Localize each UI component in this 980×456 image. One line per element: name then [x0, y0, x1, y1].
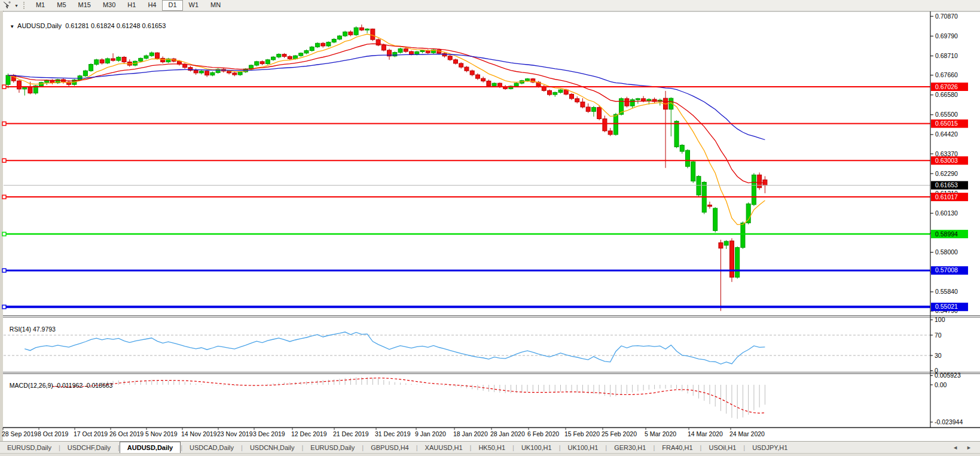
candle-body: [548, 90, 552, 95]
collapse-caret-icon[interactable]: ▼: [10, 24, 14, 29]
candle-body: [6, 75, 10, 84]
macd-indicator-label: MACD(12,26,9) -0.011962 -0.018663: [6, 375, 112, 389]
candle-body: [575, 99, 579, 102]
price-axis-label: 0.69790: [935, 32, 958, 39]
support-0.55021-anchor[interactable]: [2, 305, 6, 309]
candle-body: [625, 99, 629, 106]
candle-body: [465, 67, 469, 71]
chart-tab-usdchf-daily[interactable]: USDCHF,Daily: [60, 442, 118, 454]
candle-body: [139, 58, 143, 61]
support-0.57008-anchor[interactable]: [2, 269, 6, 272]
candle-body: [426, 51, 430, 53]
candle-body: [321, 43, 325, 46]
candle-body: [475, 75, 480, 78]
candle-body: [492, 83, 496, 86]
resistance-0.63003-anchor[interactable]: [2, 159, 6, 162]
chart-tab-eurusd-daily[interactable]: EURUSD,Daily: [303, 442, 362, 454]
timeframe-button-m5[interactable]: M5: [51, 0, 72, 11]
candle-body: [94, 60, 99, 65]
candle-body: [205, 71, 209, 75]
chart-tab-ger30-h1[interactable]: GER30,H1: [607, 442, 653, 454]
date-axis-label: 5 Mar 2020: [645, 430, 676, 437]
chart-tab-hk50-h1[interactable]: HK50,H1: [471, 442, 512, 454]
candle-body: [365, 29, 370, 30]
candle-body: [155, 53, 159, 58]
candle-body: [642, 99, 646, 101]
chart-tab-gbpusd-h4[interactable]: GBPUSD,H4: [364, 442, 416, 454]
price-axis-label: 0.64420: [935, 130, 958, 138]
candle-body: [199, 71, 203, 73]
top-toolbar: ▼ M1M5M15M30H1H4D1W1MN: [0, 0, 980, 11]
candle-body: [238, 72, 242, 75]
chart-tab-audusd-daily[interactable]: AUDUSD,Daily: [120, 442, 181, 454]
candle-body: [349, 32, 353, 35]
date-axis-label: 9 Jan 2020: [415, 430, 446, 437]
chart-tab-usdjpy-h1[interactable]: USDJPY,H1: [745, 442, 795, 454]
candle-body: [122, 57, 126, 62]
main-chart-svg[interactable]: 0.708700.697900.687100.676600.665800.655…: [0, 11, 980, 441]
date-axis-label: 25 Feb 2020: [602, 430, 637, 437]
candle-body: [581, 102, 585, 107]
price-badge-label: 0.65015: [935, 120, 958, 127]
candle-body: [343, 32, 347, 36]
timeframe-button-h1[interactable]: H1: [121, 0, 142, 11]
candle-body: [558, 90, 563, 92]
tab-scroll-right-icon[interactable]: ►: [966, 445, 972, 451]
support-0.58994-anchor[interactable]: [2, 232, 6, 236]
candle-body: [569, 94, 573, 98]
chart-tab-uk100-h1[interactable]: UK100,H1: [514, 442, 559, 454]
candle-body: [260, 62, 264, 64]
candle-body: [326, 42, 331, 45]
chart-tab-fra40-h1[interactable]: FRA40,H1: [655, 442, 700, 454]
price-badge-label: 0.58994: [935, 230, 958, 238]
date-axis-label: 31 Dec 2019: [375, 430, 411, 437]
timeframe-button-w1[interactable]: W1: [183, 0, 205, 11]
chart-tab-uk100-h1[interactable]: UK100,H1: [561, 442, 606, 454]
bottom-status-strip: [0, 453, 980, 456]
date-axis-label: 26 Oct 2019: [109, 430, 144, 437]
candle-body: [459, 63, 463, 67]
candle-body: [603, 118, 607, 130]
resistance-0.61017-anchor[interactable]: [2, 195, 6, 199]
candle-body: [691, 162, 695, 181]
candle-body: [117, 57, 121, 61]
symbol-period-label: AUDUSD,Daily: [17, 22, 62, 29]
candle-body: [481, 78, 486, 81]
candle-body: [415, 51, 419, 54]
timeframe-button-m1[interactable]: M1: [30, 0, 51, 11]
candle-body: [255, 62, 259, 65]
candle-body: [89, 64, 93, 71]
chart-tab-usoil-h1[interactable]: USOil,H1: [701, 442, 743, 454]
candle-body: [149, 53, 154, 56]
price-axis-label: 0.68710: [935, 52, 958, 59]
resistance-0.67026-anchor[interactable]: [2, 85, 6, 89]
chevron-down-icon[interactable]: ▼: [14, 4, 19, 8]
macd-axis-label: 0.005923: [935, 372, 961, 379]
timeframe-button-d1[interactable]: D1: [162, 0, 182, 11]
timeframe-button-h4[interactable]: H4: [142, 0, 162, 11]
candle-body: [23, 87, 27, 89]
chart-tab-usdcad-daily[interactable]: USDCAD,Daily: [182, 442, 241, 454]
timeframe-button-m15[interactable]: M15: [72, 0, 97, 11]
timeframe-button-m30[interactable]: M30: [97, 0, 121, 11]
resistance-0.65015-anchor[interactable]: [2, 122, 6, 126]
chart-tool-button[interactable]: ▼: [0, 0, 21, 11]
candle-body: [487, 81, 491, 86]
date-axis-label: 18 Jan 2020: [453, 430, 488, 437]
timeframe-button-mn[interactable]: MN: [204, 0, 227, 11]
candle-body: [420, 51, 425, 52]
date-axis-label: 14 Mar 2020: [688, 430, 723, 437]
chart-tab-xauusd-h1[interactable]: XAUUSD,H1: [418, 442, 470, 454]
candle-body: [277, 54, 281, 57]
tab-scroll-left-icon[interactable]: ◄: [952, 445, 958, 451]
price-axis-label: 0.60130: [935, 209, 958, 217]
candle-body: [28, 87, 32, 93]
rsi-value: 47.9793: [33, 326, 56, 333]
chart-tab-eurusd-daily[interactable]: EURUSD,Daily: [0, 442, 59, 454]
candle-body: [613, 114, 618, 135]
chart-tab-usdcnh-daily[interactable]: USDCNH,Daily: [243, 442, 302, 454]
candle-body: [526, 79, 530, 81]
candle-body: [299, 53, 303, 56]
price-axis-label: 0.65500: [935, 111, 958, 118]
candle-body: [608, 131, 612, 135]
